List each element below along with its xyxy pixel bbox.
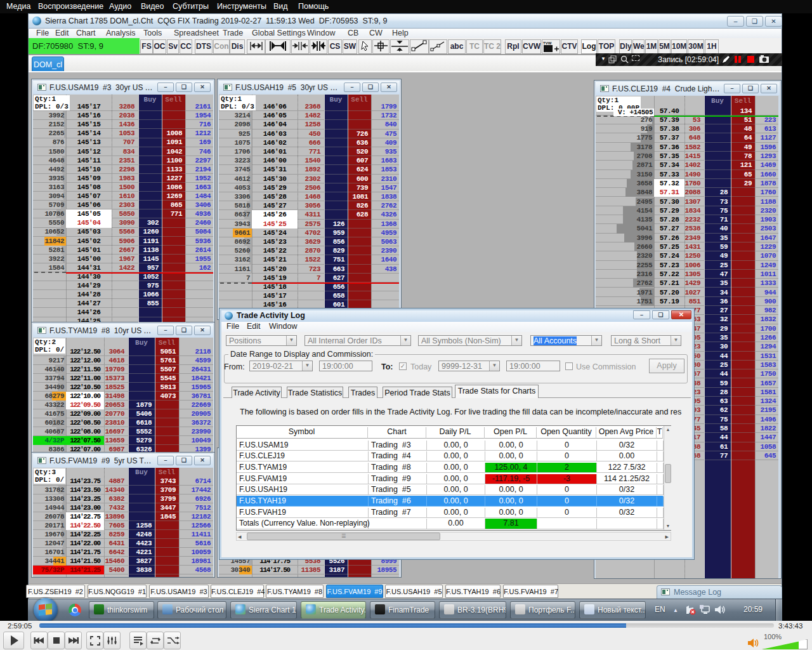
svg-text:TVW: TVW <box>543 41 552 45</box>
